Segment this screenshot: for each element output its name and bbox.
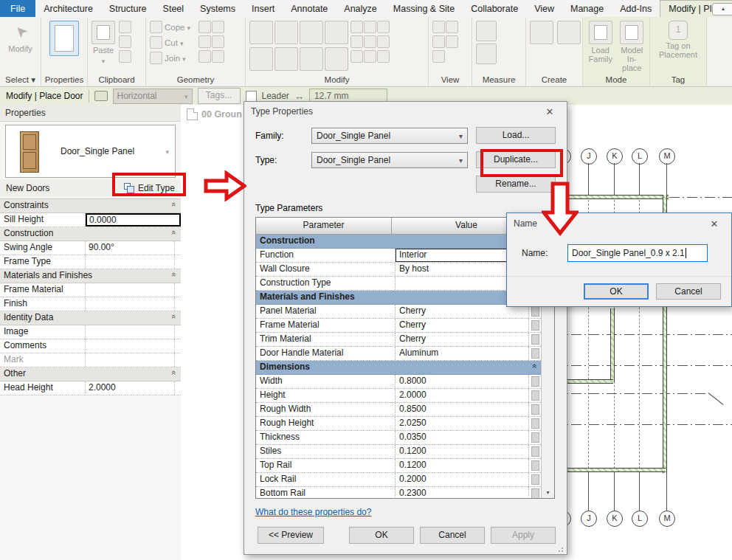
associate-parameter-button[interactable] <box>528 487 541 498</box>
mirror-icon[interactable] <box>364 35 376 48</box>
split-with-gap-icon[interactable] <box>325 21 348 44</box>
paste-button[interactable]: Paste <box>92 21 115 66</box>
model-inplace-button[interactable]: Model In-place <box>618 21 646 72</box>
trim-corner-icon[interactable] <box>351 50 363 63</box>
resize-grip[interactable] <box>558 545 565 553</box>
copy-icon[interactable] <box>274 47 298 71</box>
measure-along-element-icon[interactable] <box>476 44 497 64</box>
measure-between-references-icon[interactable] <box>476 21 497 41</box>
ribbon-tab[interactable]: Analyze <box>336 0 384 17</box>
collapse-chevron-icon[interactable] <box>172 367 181 381</box>
load-button[interactable]: Load... <box>476 127 556 144</box>
split-element-icon[interactable] <box>364 21 376 33</box>
type-dropdown[interactable]: Door_Single Panel <box>311 152 468 168</box>
ribbon-tab[interactable]: File <box>0 0 35 17</box>
ribbon-tab[interactable]: Collaborate <box>463 0 526 17</box>
geometry-menu-item[interactable]: Join <box>150 52 190 64</box>
properties-help-link[interactable]: What do these properties do? <box>255 507 371 517</box>
property-value[interactable]: 2.0000 <box>86 381 175 395</box>
cut-icon[interactable] <box>119 21 131 33</box>
property-value[interactable] <box>86 283 175 297</box>
properties-filter-dropdown[interactable]: New Doors <box>0 183 120 193</box>
property-value[interactable] <box>86 325 175 339</box>
collapse-chevron-icon[interactable] <box>172 199 181 212</box>
parameter-value[interactable]: 2.0000 <box>396 389 528 402</box>
type-selector[interactable]: Door_Single Panel <box>5 125 176 178</box>
cancel-button[interactable]: Cancel <box>656 283 721 300</box>
close-icon[interactable]: ✕ <box>539 106 560 117</box>
ribbon-tab[interactable]: View <box>526 0 562 17</box>
parameter-value[interactable]: 0.2300 <box>396 487 528 498</box>
cancel-button[interactable]: Cancel <box>420 527 485 544</box>
unpin-icon[interactable] <box>377 35 390 48</box>
offset-shape-icon[interactable] <box>274 21 298 44</box>
close-icon[interactable]: ✕ <box>704 218 725 229</box>
ribbon-tab[interactable]: Massing & Site <box>385 0 463 17</box>
parameter-value[interactable]: Aluminum <box>396 347 528 360</box>
tags-button[interactable]: Tags... <box>198 88 241 104</box>
parameter-value[interactable]: 0.0350 <box>396 431 528 444</box>
tag-on-placement-button[interactable]: 1 Tag on Placement <box>657 21 699 59</box>
delete-icon[interactable] <box>377 50 390 63</box>
associate-parameter-button[interactable] <box>528 473 541 486</box>
rename-button[interactable]: Rename... <box>476 176 556 193</box>
orientation-dropdown[interactable]: Horizontal <box>113 89 193 104</box>
ribbon-tab[interactable]: Annotate <box>283 0 336 17</box>
preview-button[interactable]: << Preview <box>258 527 324 544</box>
collapse-chevron-icon[interactable] <box>172 227 181 241</box>
property-value[interactable]: 90.00° <box>86 241 175 255</box>
property-value[interactable] <box>86 255 175 269</box>
name-input[interactable]: Door_Single Panel_0.9 x 2.1 <box>567 244 708 262</box>
parameter-value[interactable]: 0.1200 <box>396 459 528 472</box>
ok-button[interactable]: OK <box>584 283 649 300</box>
copy-icon[interactable] <box>119 35 131 48</box>
ribbon-tab[interactable]: Steel <box>155 0 193 17</box>
apply-button[interactable]: Apply <box>491 527 556 544</box>
pin-icon[interactable] <box>377 21 390 33</box>
array-icon[interactable] <box>351 35 363 48</box>
ribbon-tab[interactable]: Insert <box>244 0 283 17</box>
beam-coping-icon[interactable] <box>212 21 224 33</box>
property-value[interactable] <box>86 339 175 353</box>
ribbon-tab[interactable]: Architecture <box>35 0 101 17</box>
collapse-chevron-icon[interactable] <box>533 361 541 374</box>
parameter-value[interactable]: 0.8000 <box>396 375 528 388</box>
geometry-menu-item[interactable]: Cut <box>150 36 190 49</box>
modify-wall-icon[interactable] <box>249 21 273 44</box>
associate-parameter-button[interactable] <box>528 319 541 332</box>
associate-parameter-button[interactable] <box>528 347 541 360</box>
associate-parameter-button[interactable] <box>528 417 541 430</box>
selection-box-icon[interactable] <box>432 50 445 63</box>
geometry-menu-item[interactable]: Cope <box>150 21 190 33</box>
associate-parameter-button[interactable] <box>528 375 541 388</box>
override-graphics-icon[interactable] <box>432 35 445 48</box>
ribbon-tab[interactable]: Add-Ins <box>612 0 660 17</box>
create-similar-icon[interactable] <box>530 21 553 44</box>
property-value[interactable]: 0.0000 <box>86 213 181 227</box>
edit-type-button[interactable]: Edit Type <box>120 182 179 195</box>
offset-icon[interactable] <box>364 50 376 63</box>
leader-checkbox[interactable] <box>246 91 257 102</box>
demolish-hammer-icon[interactable] <box>212 50 224 63</box>
ribbon-tab[interactable]: Manage <box>562 0 612 17</box>
offset-copy-icon[interactable] <box>198 21 211 33</box>
associate-parameter-button[interactable] <box>528 389 541 402</box>
create-group-icon[interactable] <box>557 21 581 44</box>
parameter-value[interactable]: Cherry <box>396 319 528 332</box>
parameter-value[interactable]: 0.8500 <box>396 403 528 416</box>
collapse-chevron-icon[interactable] <box>172 311 181 325</box>
show-hidden-lines-icon[interactable] <box>446 21 458 33</box>
property-value[interactable] <box>86 353 175 367</box>
associate-parameter-button[interactable] <box>528 403 541 416</box>
split-face-icon[interactable] <box>198 35 211 48</box>
thin-lines-icon[interactable] <box>432 21 445 33</box>
parameter-value[interactable]: 2.0250 <box>396 417 528 430</box>
associate-parameter-button[interactable] <box>528 445 541 458</box>
underlay-icon[interactable] <box>446 35 458 48</box>
associate-parameter-button[interactable] <box>528 459 541 472</box>
panel-label-select[interactable]: Select ▾ <box>0 73 41 86</box>
ok-button[interactable]: OK <box>349 527 414 544</box>
trim-extend-icon[interactable] <box>300 21 323 44</box>
associate-parameter-button[interactable] <box>528 431 541 444</box>
wall-joins-icon[interactable] <box>212 35 224 48</box>
